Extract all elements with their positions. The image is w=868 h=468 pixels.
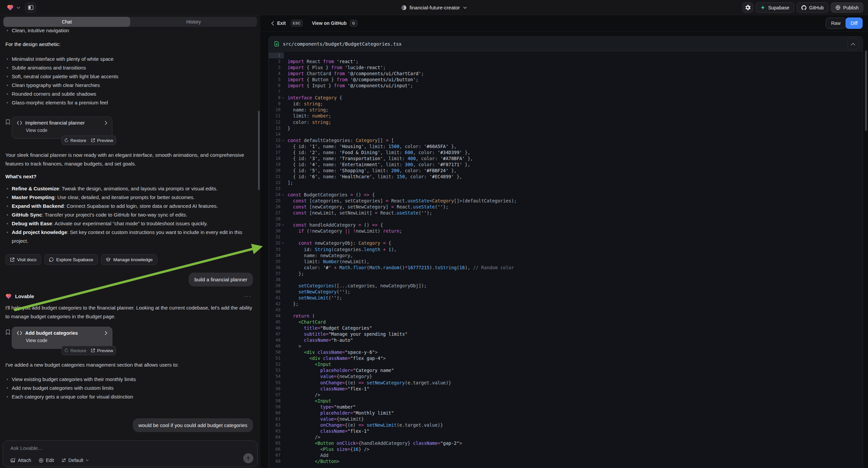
line-number[interactable]: 60 bbox=[269, 410, 284, 416]
line-number[interactable]: 58 bbox=[269, 398, 284, 404]
lovable-logo-heart-icon[interactable] bbox=[7, 4, 14, 11]
line-number[interactable]: 41 bbox=[269, 295, 284, 301]
line-number[interactable]: 21 bbox=[269, 174, 284, 180]
line-number[interactable]: 50 bbox=[269, 349, 284, 355]
line-number[interactable]: 35 bbox=[269, 259, 284, 265]
exit-button[interactable]: Exit bbox=[277, 21, 286, 26]
line-number[interactable]: 2 bbox=[269, 58, 284, 64]
publish-button[interactable]: Publish bbox=[831, 2, 863, 13]
restore-button[interactable]: Restore bbox=[64, 138, 86, 143]
line-number[interactable]: 13 bbox=[269, 125, 284, 131]
view-code-link[interactable]: View code bbox=[26, 127, 107, 133]
line-number[interactable]: 24▾ bbox=[269, 192, 284, 198]
line-number[interactable]: 12 bbox=[269, 119, 284, 125]
tab-chat[interactable]: Chat bbox=[3, 17, 130, 27]
line-number[interactable]: 4 bbox=[269, 70, 284, 77]
settings-button[interactable] bbox=[742, 2, 753, 13]
bookmark-icon[interactable] bbox=[5, 119, 10, 125]
fold-chevron-icon[interactable]: ▾ bbox=[282, 240, 284, 246]
line-number[interactable]: 27 bbox=[269, 210, 284, 216]
line-number[interactable]: 68 bbox=[269, 458, 284, 464]
line-number[interactable]: 31 bbox=[269, 234, 284, 240]
line-number[interactable]: 8▾ bbox=[269, 95, 284, 101]
line-number[interactable]: 65 bbox=[269, 440, 284, 446]
line-number[interactable]: 53 bbox=[269, 367, 284, 373]
line-number[interactable]: 49 bbox=[269, 343, 284, 349]
line-number[interactable]: 23 bbox=[269, 186, 284, 192]
line-number[interactable]: 15▾ bbox=[269, 137, 284, 143]
view-on-github-link[interactable]: View on GitHub bbox=[312, 21, 347, 26]
line-number[interactable]: 20 bbox=[269, 168, 284, 174]
line-number[interactable]: 67 bbox=[269, 452, 284, 458]
line-number[interactable]: 22 bbox=[269, 180, 284, 186]
line-number[interactable]: 29▾ bbox=[269, 222, 284, 228]
line-number[interactable]: 25 bbox=[269, 198, 284, 204]
message-more-icon[interactable]: ··· bbox=[244, 293, 252, 299]
line-number[interactable]: 17 bbox=[269, 149, 284, 155]
line-number[interactable]: 61 bbox=[269, 416, 284, 422]
line-number[interactable]: 40 bbox=[269, 289, 284, 295]
line-number[interactable]: 39 bbox=[269, 283, 284, 289]
line-number[interactable]: 52 bbox=[269, 361, 284, 367]
line-number[interactable]: 62 bbox=[269, 422, 284, 428]
line-number[interactable]: 63 bbox=[269, 428, 284, 434]
line-number[interactable]: 38 bbox=[269, 276, 284, 283]
bookmark-icon[interactable] bbox=[5, 329, 10, 335]
restore-button[interactable]: Restore bbox=[64, 348, 86, 353]
line-number[interactable]: 66 bbox=[269, 446, 284, 452]
manage-knowledge-button[interactable]: Manage knowledge bbox=[101, 254, 157, 265]
line-number[interactable]: 33 bbox=[269, 246, 284, 253]
mode-select[interactable]: Default bbox=[61, 458, 89, 463]
chat-scrollbar[interactable] bbox=[258, 111, 260, 190]
edit-button[interactable]: Edit bbox=[39, 458, 54, 463]
line-number[interactable]: 54 bbox=[269, 373, 284, 379]
line-number[interactable]: 11 bbox=[269, 113, 284, 119]
collapse-file-button[interactable] bbox=[847, 38, 859, 50]
composer-input[interactable]: Ask Lovable... bbox=[10, 445, 42, 451]
line-number[interactable]: 30 bbox=[269, 228, 284, 234]
line-number[interactable]: 34 bbox=[269, 253, 284, 259]
fold-chevron-icon[interactable]: ▾ bbox=[282, 222, 284, 228]
sidebar-toggle-button[interactable] bbox=[25, 3, 36, 13]
line-number[interactable]: 42 bbox=[269, 301, 284, 307]
fold-chevron-icon[interactable]: ▾ bbox=[282, 138, 284, 144]
line-number[interactable]: 3 bbox=[269, 64, 284, 70]
line-number[interactable]: 5 bbox=[269, 77, 284, 83]
line-number[interactable]: 19 bbox=[269, 162, 284, 168]
diff-toggle-button[interactable]: Diff bbox=[845, 18, 863, 29]
line-number[interactable]: 16 bbox=[269, 143, 284, 149]
line-number[interactable]: 46 bbox=[269, 325, 284, 331]
supabase-button[interactable]: Supabase bbox=[755, 2, 794, 13]
line-number[interactable]: 59 bbox=[269, 404, 284, 410]
fold-chevron-icon[interactable]: ▾ bbox=[282, 95, 284, 101]
line-number[interactable]: 32▾ bbox=[269, 240, 284, 246]
line-number[interactable]: 6 bbox=[269, 83, 284, 89]
line-number[interactable]: 10 bbox=[269, 107, 284, 113]
line-number[interactable]: 45 bbox=[269, 319, 284, 325]
line-number[interactable]: 9 bbox=[269, 101, 284, 107]
visit-docs-button[interactable]: Visit docs bbox=[5, 254, 41, 265]
attach-button[interactable]: Attach bbox=[10, 458, 31, 463]
view-code-link[interactable]: View code bbox=[26, 338, 107, 343]
line-number[interactable]: 64 bbox=[269, 434, 284, 440]
github-button[interactable]: GitHub bbox=[797, 2, 829, 13]
line-number[interactable]: 56 bbox=[269, 386, 284, 392]
line-number[interactable]: 18 bbox=[269, 155, 284, 162]
line-number[interactable]: 28 bbox=[269, 216, 284, 222]
line-number[interactable]: 57 bbox=[269, 392, 284, 398]
code-scrollbar[interactable] bbox=[865, 50, 867, 131]
tab-history[interactable]: History bbox=[130, 17, 257, 27]
line-number[interactable]: 44 bbox=[269, 313, 284, 319]
line-number[interactable]: 48 bbox=[269, 337, 284, 343]
line-number[interactable]: 55 bbox=[269, 380, 284, 386]
line-number[interactable]: 26 bbox=[269, 204, 284, 210]
line-number[interactable]: 36 bbox=[269, 265, 284, 271]
project-switcher[interactable]: financial-future-creator bbox=[401, 0, 467, 15]
line-number[interactable]: 14 bbox=[269, 131, 284, 137]
fold-chevron-icon[interactable]: ▾ bbox=[282, 192, 284, 198]
line-number[interactable]: 37 bbox=[269, 271, 284, 276]
line-number[interactable]: 51 bbox=[269, 355, 284, 361]
logo-chevron-down-icon[interactable] bbox=[17, 6, 21, 10]
chat-composer[interactable]: Ask Lovable... Attach Edit Default bbox=[3, 440, 258, 467]
code-content[interactable]: 12import React from 'react';3import { Pl… bbox=[269, 51, 863, 468]
